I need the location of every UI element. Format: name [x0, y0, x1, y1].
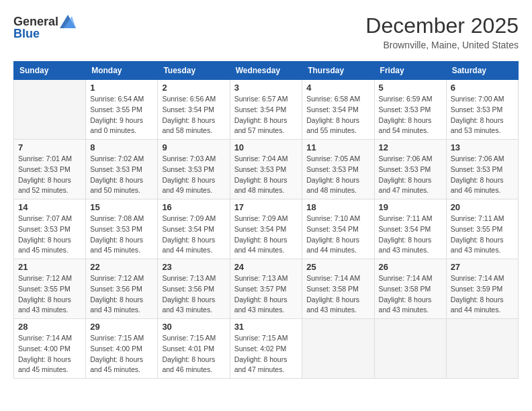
day-info: Sunrise: 7:07 AM Sunset: 3:53 PM Dayligh… [18, 214, 81, 256]
location: Brownville, Maine, United States [365, 40, 519, 50]
day-number: 16 [162, 202, 225, 212]
day-number: 4 [306, 83, 369, 93]
calendar-cell: 17Sunrise: 7:09 AM Sunset: 3:54 PM Dayli… [230, 199, 302, 259]
calendar-week-row: 21Sunrise: 7:12 AM Sunset: 3:55 PM Dayli… [14, 259, 519, 319]
day-number: 31 [234, 322, 298, 332]
calendar-cell: 28Sunrise: 7:14 AM Sunset: 4:00 PM Dayli… [14, 319, 86, 379]
calendar-cell: 3Sunrise: 6:57 AM Sunset: 3:54 PM Daylig… [230, 80, 302, 140]
calendar-cell: 13Sunrise: 7:06 AM Sunset: 3:53 PM Dayli… [446, 140, 518, 199]
calendar-cell: 29Sunrise: 7:15 AM Sunset: 4:00 PM Dayli… [86, 319, 158, 379]
calendar-cell: 18Sunrise: 7:10 AM Sunset: 3:54 PM Dayli… [302, 199, 374, 259]
day-info: Sunrise: 6:54 AM Sunset: 3:55 PM Dayligh… [90, 94, 153, 136]
day-info: Sunrise: 7:11 AM Sunset: 3:55 PM Dayligh… [451, 214, 514, 256]
calendar-cell: 22Sunrise: 7:12 AM Sunset: 3:56 PM Dayli… [86, 259, 158, 319]
day-info: Sunrise: 7:15 AM Sunset: 4:00 PM Dayligh… [90, 333, 153, 375]
day-number: 7 [18, 142, 81, 152]
calendar-cell: 30Sunrise: 7:15 AM Sunset: 4:01 PM Dayli… [158, 319, 230, 379]
day-info: Sunrise: 7:00 AM Sunset: 3:53 PM Dayligh… [451, 94, 514, 136]
day-number: 8 [90, 142, 153, 152]
calendar-cell [14, 80, 86, 140]
day-number: 19 [379, 202, 442, 212]
calendar-cell: 27Sunrise: 7:14 AM Sunset: 3:59 PM Dayli… [446, 259, 518, 319]
day-info: Sunrise: 7:12 AM Sunset: 3:55 PM Dayligh… [18, 273, 81, 316]
day-number: 22 [90, 262, 153, 272]
day-number: 15 [90, 202, 153, 212]
day-info: Sunrise: 7:12 AM Sunset: 3:56 PM Dayligh… [90, 273, 153, 316]
weekday-header: Friday [374, 62, 446, 80]
calendar-cell: 10Sunrise: 7:04 AM Sunset: 3:53 PM Dayli… [230, 140, 302, 199]
title-block: December 2025 Brownville, Maine, United … [365, 13, 519, 50]
calendar-cell: 31Sunrise: 7:15 AM Sunset: 4:02 PM Dayli… [230, 319, 302, 379]
calendar-cell: 15Sunrise: 7:08 AM Sunset: 3:53 PM Dayli… [86, 199, 158, 259]
weekday-header: Wednesday [230, 62, 302, 80]
calendar-cell: 19Sunrise: 7:11 AM Sunset: 3:54 PM Dayli… [374, 199, 446, 259]
day-info: Sunrise: 7:13 AM Sunset: 3:57 PM Dayligh… [234, 273, 298, 316]
calendar-cell: 12Sunrise: 7:06 AM Sunset: 3:53 PM Dayli… [374, 140, 446, 199]
day-number: 3 [234, 83, 298, 93]
calendar-cell: 24Sunrise: 7:13 AM Sunset: 3:57 PM Dayli… [230, 259, 302, 319]
weekday-header: Sunday [14, 62, 86, 80]
weekday-header: Tuesday [158, 62, 230, 80]
day-number: 27 [451, 262, 514, 272]
day-info: Sunrise: 7:04 AM Sunset: 3:53 PM Dayligh… [234, 154, 298, 196]
calendar-cell: 7Sunrise: 7:01 AM Sunset: 3:53 PM Daylig… [14, 140, 86, 199]
day-info: Sunrise: 7:10 AM Sunset: 3:54 PM Dayligh… [306, 214, 369, 256]
calendar-cell: 2Sunrise: 6:56 AM Sunset: 3:54 PM Daylig… [158, 80, 230, 140]
calendar-cell: 16Sunrise: 7:09 AM Sunset: 3:54 PM Dayli… [158, 199, 230, 259]
day-number: 21 [18, 262, 81, 272]
day-info: Sunrise: 7:14 AM Sunset: 4:00 PM Dayligh… [18, 333, 81, 375]
day-info: Sunrise: 7:01 AM Sunset: 3:53 PM Dayligh… [18, 154, 81, 196]
calendar-cell [302, 319, 374, 379]
day-info: Sunrise: 7:06 AM Sunset: 3:53 PM Dayligh… [451, 154, 514, 196]
day-number: 1 [90, 83, 153, 93]
day-info: Sunrise: 7:02 AM Sunset: 3:53 PM Dayligh… [90, 154, 153, 196]
calendar-week-row: 14Sunrise: 7:07 AM Sunset: 3:53 PM Dayli… [14, 199, 519, 259]
calendar-cell [374, 319, 446, 379]
page-header: General Blue December 2025 Brownville, M… [13, 13, 519, 50]
day-number: 6 [451, 83, 514, 93]
calendar-cell: 8Sunrise: 7:02 AM Sunset: 3:53 PM Daylig… [86, 140, 158, 199]
day-info: Sunrise: 7:14 AM Sunset: 3:58 PM Dayligh… [379, 273, 442, 316]
day-info: Sunrise: 7:06 AM Sunset: 3:53 PM Dayligh… [379, 154, 442, 196]
day-info: Sunrise: 7:14 AM Sunset: 3:58 PM Dayligh… [306, 273, 369, 316]
calendar-cell: 25Sunrise: 7:14 AM Sunset: 3:58 PM Dayli… [302, 259, 374, 319]
day-number: 20 [451, 202, 514, 212]
day-number: 17 [234, 202, 298, 212]
weekday-header: Monday [86, 62, 158, 80]
day-info: Sunrise: 6:59 AM Sunset: 3:53 PM Dayligh… [379, 94, 442, 136]
day-number: 26 [379, 262, 442, 272]
calendar-table: SundayMondayTuesdayWednesdayThursdayFrid… [13, 61, 519, 379]
day-info: Sunrise: 7:11 AM Sunset: 3:54 PM Dayligh… [379, 214, 442, 256]
day-number: 25 [306, 262, 369, 272]
day-number: 30 [162, 322, 225, 332]
calendar-cell: 9Sunrise: 7:03 AM Sunset: 3:53 PM Daylig… [158, 140, 230, 199]
weekday-header: Saturday [446, 62, 518, 80]
day-number: 24 [234, 262, 298, 272]
day-number: 13 [451, 142, 514, 152]
day-info: Sunrise: 7:03 AM Sunset: 3:53 PM Dayligh… [162, 154, 225, 196]
calendar-cell: 23Sunrise: 7:13 AM Sunset: 3:56 PM Dayli… [158, 259, 230, 319]
calendar-cell: 6Sunrise: 7:00 AM Sunset: 3:53 PM Daylig… [446, 80, 518, 140]
calendar-header-row: SundayMondayTuesdayWednesdayThursdayFrid… [14, 62, 519, 80]
month-title: December 2025 [365, 13, 519, 38]
day-info: Sunrise: 7:15 AM Sunset: 4:02 PM Dayligh… [234, 333, 298, 375]
day-number: 28 [18, 322, 81, 332]
calendar-cell: 21Sunrise: 7:12 AM Sunset: 3:55 PM Dayli… [14, 259, 86, 319]
calendar-cell: 26Sunrise: 7:14 AM Sunset: 3:58 PM Dayli… [374, 259, 446, 319]
day-info: Sunrise: 7:13 AM Sunset: 3:56 PM Dayligh… [162, 273, 225, 316]
day-info: Sunrise: 7:15 AM Sunset: 4:01 PM Dayligh… [162, 333, 225, 375]
calendar-body: 1Sunrise: 6:54 AM Sunset: 3:55 PM Daylig… [14, 80, 519, 379]
day-info: Sunrise: 6:57 AM Sunset: 3:54 PM Dayligh… [234, 94, 298, 136]
day-info: Sunrise: 6:58 AM Sunset: 3:54 PM Dayligh… [306, 94, 369, 136]
calendar-cell: 20Sunrise: 7:11 AM Sunset: 3:55 PM Dayli… [446, 199, 518, 259]
day-info: Sunrise: 7:14 AM Sunset: 3:59 PM Dayligh… [451, 273, 514, 316]
calendar-cell: 5Sunrise: 6:59 AM Sunset: 3:53 PM Daylig… [374, 80, 446, 140]
day-number: 9 [162, 142, 225, 152]
day-info: Sunrise: 6:56 AM Sunset: 3:54 PM Dayligh… [162, 94, 225, 136]
day-number: 11 [306, 142, 369, 152]
day-number: 12 [379, 142, 442, 152]
weekday-header: Thursday [302, 62, 374, 80]
day-number: 10 [234, 142, 298, 152]
calendar-cell: 14Sunrise: 7:07 AM Sunset: 3:53 PM Dayli… [14, 199, 86, 259]
calendar-week-row: 7Sunrise: 7:01 AM Sunset: 3:53 PM Daylig… [14, 140, 519, 199]
